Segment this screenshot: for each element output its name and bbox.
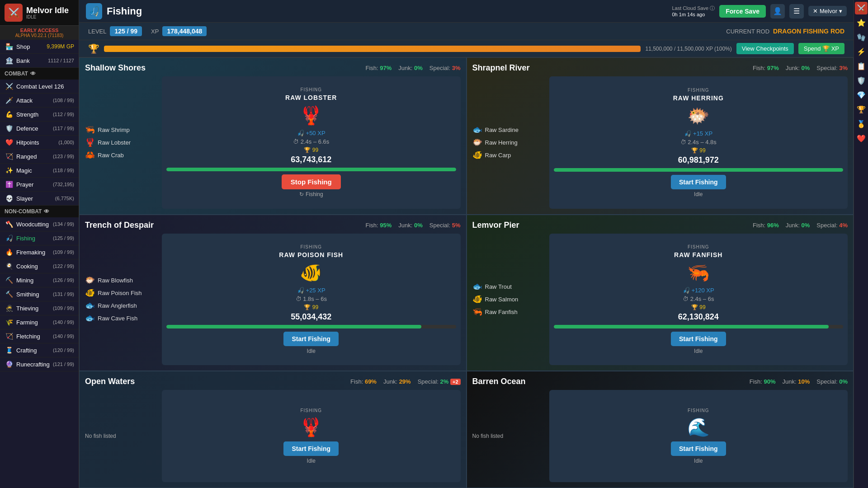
rod-label: CURRENT ROD xyxy=(726,28,769,35)
fishing-card-shallow-shores: FISHING RAW LOBSTER 🦞 🎣 +50 XP ⏱ 2.4s – … xyxy=(162,76,461,209)
rp-gem-icon[interactable]: 💎 xyxy=(855,89,868,101)
rp-gloves-icon[interactable]: 🧤 xyxy=(855,31,868,43)
spend-xp-button[interactable]: Spend 🏆 XP xyxy=(798,43,844,54)
thieving-icon: 🥷 xyxy=(5,304,14,313)
trophy-icon: 🏆 xyxy=(88,43,99,54)
xp-bar-fill xyxy=(104,46,641,52)
strength-icon: 💪 xyxy=(5,110,14,119)
shrimp-icon: 🦐 xyxy=(85,125,95,135)
active-fish-icon: 🦞 xyxy=(300,105,322,126)
sidebar-item-runecrafting[interactable]: 🔮 Runecrafting (121 / 99) xyxy=(0,357,79,371)
sidebar-item-shop[interactable]: 🏪 Shop 9,399M GP xyxy=(0,40,79,54)
list-item: 🐡Raw Blowfish xyxy=(85,275,157,285)
rp-heart-icon[interactable]: ❤️ xyxy=(855,132,868,145)
area-name-shrapnel-river: Shrapnel River xyxy=(472,63,530,73)
rod-value: DRAGON FISHING ROD xyxy=(773,28,844,35)
sidebar-item-defence[interactable]: 🛡️ Defence (117 / 99) xyxy=(0,122,79,136)
sidebar-item-cooking[interactable]: 🍳 Cooking (122 / 99) xyxy=(0,259,79,273)
sidebar-item-strength[interactable]: 💪 Strength (112 / 99) xyxy=(0,108,79,122)
sidebar-item-ranged[interactable]: 🏹 Ranged (123 / 99) xyxy=(0,150,79,164)
area-name-lemvor: Lemvor Pier xyxy=(472,221,519,230)
stop-fishing-button[interactable]: Stop Fishing xyxy=(282,174,341,189)
list-item: 🐟Raw Cave Fish xyxy=(85,313,157,323)
settings-button[interactable]: ☰ xyxy=(789,4,804,19)
gold-amount: 9,399M GP xyxy=(47,43,74,50)
sidebar-item-farming[interactable]: 🌾 Farming (140 / 99) xyxy=(0,315,79,329)
area-name-barren-ocean: Barren Ocean xyxy=(472,377,526,386)
rp-combat-icon[interactable]: ⚔️ xyxy=(855,2,868,14)
chevron-down-icon: ▾ xyxy=(839,8,842,14)
start-fishing-button-lemvor[interactable]: Start Fishing xyxy=(671,332,726,346)
combat-level-label: Combat Level 126 xyxy=(16,83,64,90)
area-open-waters: Open Waters Fish: 69% Junk: 29% Special:… xyxy=(79,371,467,488)
woodcutting-label: Woodcutting xyxy=(16,221,49,228)
thieving-label: Thieving xyxy=(16,305,38,312)
rp-star-icon[interactable]: ⭐ xyxy=(855,16,868,29)
fishing-card-open-waters: FISHING 🦞 Start Fishing Idle xyxy=(162,390,461,482)
sidebar-item-attack[interactable]: 🗡️ Attack (108 / 99) xyxy=(0,94,79,108)
user-menu-button[interactable]: ✕ Melvor ▾ xyxy=(808,6,847,16)
fish-list-shrapnel-river: 🐟Raw Sardine 🐡Raw Herring 🐠Raw Carp xyxy=(472,76,545,209)
logo-icon: ⚔️ xyxy=(5,4,23,22)
page-title: Fishing xyxy=(107,5,142,17)
early-access-banner: EARLY ACCESS ALPHA V0.22.1 (71183) xyxy=(0,26,79,40)
area-lemvor-pier: Lemvor Pier Fish: 96% Junk: 0% Special: … xyxy=(467,215,854,371)
anglerfish-icon: 🐟 xyxy=(85,300,95,310)
sidebar-item-slayer[interactable]: 💀 Slayer (6,775K) xyxy=(0,192,79,206)
defence-icon: 🛡️ xyxy=(5,124,14,133)
eye-icon-2: 👁 xyxy=(44,208,49,215)
sidebar-item-fletching[interactable]: 🏹 Fletching (140 / 99) xyxy=(0,329,79,343)
attack-label: Attack xyxy=(16,97,33,104)
list-item: 🐠Raw Salmon xyxy=(472,294,545,304)
right-panel: ⚔️ ⭐ 🧤 ⚡ 📋 🛡️ 💎 🏆 🥇 ❤️ xyxy=(854,0,868,488)
sidebar-item-combat-level[interactable]: ⚔️ Combat Level 126 xyxy=(0,80,79,94)
sidebar-item-mining[interactable]: ⛏️ Mining (126 / 99) xyxy=(0,273,79,287)
start-fishing-button-open-waters[interactable]: Start Fishing xyxy=(283,441,339,456)
force-save-button[interactable]: Force Save xyxy=(719,5,766,18)
sidebar-item-thieving[interactable]: 🥷 Thieving (109 / 99) xyxy=(0,301,79,315)
xp-bar-text: 11,500,000 / 11,500,000 XP (100%) xyxy=(645,46,731,52)
sidebar-item-fishing[interactable]: 🎣 Fishing (125 / 99) xyxy=(0,231,79,245)
close-icon: ✕ xyxy=(813,8,818,14)
poison-fish-icon: 🐠 xyxy=(85,288,95,298)
rp-clipboard-icon[interactable]: 📋 xyxy=(855,60,868,72)
shop-icon: 🏪 xyxy=(5,42,14,51)
crafting-count: (120 / 99) xyxy=(53,347,74,353)
view-checkpoints-button[interactable]: View Checkpoints xyxy=(736,43,794,54)
sidebar-item-firemaking[interactable]: 🔥 Firemaking (109 / 99) xyxy=(0,245,79,259)
list-item: 🐟Raw Sardine xyxy=(472,125,545,135)
sidebar-item-crafting[interactable]: 🧵 Crafting (120 / 99) xyxy=(0,343,79,357)
rp-trophy-icon[interactable]: 🏆 xyxy=(855,103,868,116)
rp-shield-icon[interactable]: 🛡️ xyxy=(855,74,868,87)
fishing-count: (125 / 99) xyxy=(53,235,74,241)
sidebar-item-bank[interactable]: 🏦 Bank 1112 / 1127 xyxy=(0,54,79,68)
fishing-card-lemvor: FISHING RAW FANFISH 🦐 🎣 +120 XP ⏱ 2.4s –… xyxy=(549,234,848,366)
list-item: 🐠Raw Carp xyxy=(472,150,545,160)
start-fishing-button-trench[interactable]: Start Fishing xyxy=(283,332,339,346)
bank-count: 1112 / 1127 xyxy=(48,58,74,63)
sidebar-item-hitpoints[interactable]: ❤️ Hitpoints (1,000) xyxy=(0,136,79,150)
start-fishing-button-shrapnel[interactable]: Start Fishing xyxy=(671,175,726,189)
farming-count: (140 / 99) xyxy=(53,319,74,325)
bank-icon: 🏦 xyxy=(5,56,14,65)
rp-trophy2-icon[interactable]: 🥇 xyxy=(855,117,868,130)
runecrafting-label: Runecrafting xyxy=(16,361,50,368)
notifications-button[interactable]: 👤 xyxy=(770,4,785,19)
fishing-status-3: Idle xyxy=(307,348,316,354)
sidebar-item-prayer[interactable]: ✝️ Prayer (732,195) xyxy=(0,178,79,192)
list-item: 🐟Raw Trout xyxy=(472,282,545,291)
fanfish-icon: 🦐 xyxy=(472,307,482,317)
bank-label: Bank xyxy=(16,57,30,64)
start-fishing-button-barren-ocean[interactable]: Start Fishing xyxy=(671,441,726,456)
rp-lightning-icon[interactable]: ⚡ xyxy=(855,45,868,58)
sidebar-item-magic[interactable]: ✨ Magic (118 / 99) xyxy=(0,164,79,178)
magic-icon: ✨ xyxy=(5,166,14,175)
sidebar-item-woodcutting[interactable]: 🪓 Woodcutting (134 / 99) xyxy=(0,217,79,231)
slayer-label: Slayer xyxy=(16,195,33,202)
fletching-label: Fletching xyxy=(16,333,40,340)
mining-icon: ⛏️ xyxy=(5,276,14,285)
blowfish-icon: 🐡 xyxy=(85,275,95,285)
cave-fish-icon: 🐟 xyxy=(85,313,95,323)
sidebar-item-smithing[interactable]: 🔨 Smithing (131 / 99) xyxy=(0,287,79,301)
combat-label: COMBAT xyxy=(5,70,28,77)
